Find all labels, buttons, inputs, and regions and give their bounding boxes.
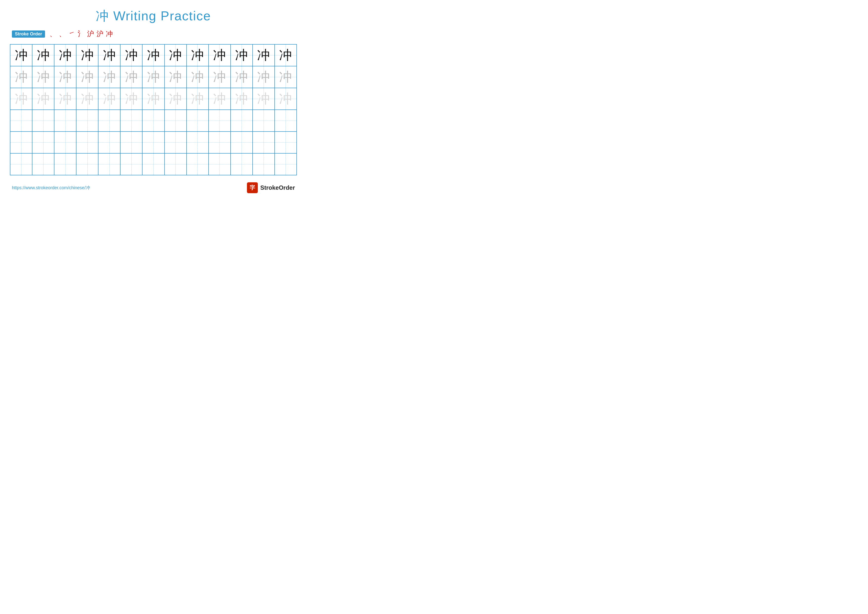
grid-character: 冲 [213,49,226,62]
grid-cell[interactable] [120,153,142,175]
grid-cell[interactable]: 冲 [120,88,142,110]
grid-cell[interactable]: 冲 [10,44,32,66]
grid-cell[interactable] [54,153,76,175]
grid-cell[interactable] [76,132,98,153]
grid-cell[interactable] [274,153,297,175]
grid-cell[interactable] [142,132,164,153]
grid-cell[interactable]: 冲 [98,88,120,110]
grid-cell[interactable] [186,153,209,175]
grid-cell[interactable] [253,132,274,153]
grid-cell[interactable]: 冲 [54,44,76,66]
grid-cell[interactable]: 冲 [209,88,231,110]
grid-character: 冲 [125,49,138,62]
grid-cell[interactable]: 冲 [76,88,98,110]
grid-cell[interactable] [32,110,54,132]
grid-cell[interactable]: 冲 [209,44,231,66]
grid-cell[interactable] [209,110,231,132]
grid-cell[interactable]: 冲 [32,88,54,110]
grid-character: 冲 [37,71,50,84]
grid-cell[interactable] [209,153,231,175]
grid-cell[interactable] [76,110,98,132]
grid-cell[interactable] [231,132,253,153]
grid-character: 冲 [279,92,292,105]
stroke-order-row: Stroke Order 、 、 ㇀ 氵 沪 沪 冲 [10,29,297,39]
grid-cell[interactable]: 冲 [32,66,54,88]
grid-character: 冲 [37,49,50,62]
grid-cell[interactable]: 冲 [209,66,231,88]
grid-cell[interactable] [142,110,164,132]
grid-cell[interactable] [231,153,253,175]
grid-cell[interactable]: 冲 [274,66,297,88]
grid-cell[interactable] [10,132,32,153]
grid-cell[interactable] [186,110,209,132]
grid-character: 冲 [59,49,72,62]
grid-cell[interactable]: 冲 [54,66,76,88]
grid-character: 冲 [147,49,160,62]
grid-cell[interactable] [253,110,274,132]
grid-character: 冲 [37,92,50,105]
grid-cell[interactable] [76,153,98,175]
grid-cell[interactable]: 冲 [186,88,209,110]
grid-cell[interactable]: 冲 [274,44,297,66]
grid-cell[interactable] [32,132,54,153]
grid-cell[interactable]: 冲 [164,44,186,66]
grid-cell[interactable] [253,153,274,175]
grid-cell[interactable] [164,153,186,175]
grid-cell[interactable] [164,110,186,132]
grid-character: 冲 [235,49,248,62]
grid-cell[interactable] [231,110,253,132]
grid-cell[interactable]: 冲 [253,88,274,110]
footer-url[interactable]: https://www.strokeorder.com/chinese/冲 [12,185,90,191]
grid-cell[interactable]: 冲 [32,44,54,66]
grid-cell[interactable] [32,153,54,175]
grid-character: 冲 [81,71,94,84]
grid-cell[interactable] [10,110,32,132]
grid-cell[interactable]: 冲 [253,66,274,88]
grid-character: 冲 [15,92,28,105]
grid-cell[interactable]: 冲 [231,44,253,66]
grid-cell[interactable]: 冲 [120,66,142,88]
grid-cell[interactable]: 冲 [98,44,120,66]
stroke-2: 、 [59,29,66,39]
grid-cell[interactable] [274,110,297,132]
grid-character: 冲 [279,49,292,62]
grid-cell[interactable] [54,132,76,153]
grid-cell[interactable]: 冲 [10,66,32,88]
grid-cell[interactable]: 冲 [10,88,32,110]
footer: https://www.strokeorder.com/chinese/冲 字 … [10,182,297,193]
grid-cell[interactable]: 冲 [231,88,253,110]
grid-cell[interactable]: 冲 [76,44,98,66]
grid-cell[interactable] [98,110,120,132]
grid-character: 冲 [213,92,226,105]
grid-cell[interactable]: 冲 [98,66,120,88]
stroke-1: 、 [50,29,56,39]
grid-cell[interactable]: 冲 [186,44,209,66]
grid-cell[interactable]: 冲 [274,88,297,110]
grid-character: 冲 [81,92,94,105]
grid-cell[interactable]: 冲 [164,88,186,110]
grid-cell[interactable] [186,132,209,153]
grid-cell[interactable]: 冲 [120,44,142,66]
grid-cell[interactable] [98,132,120,153]
grid-cell[interactable] [10,153,32,175]
grid-cell[interactable]: 冲 [54,88,76,110]
grid-cell[interactable] [120,132,142,153]
grid-cell[interactable] [164,132,186,153]
grid-cell[interactable] [54,110,76,132]
grid-cell[interactable]: 冲 [142,66,164,88]
grid-cell[interactable]: 冲 [142,44,164,66]
grid-cell[interactable] [274,132,297,153]
grid-character: 冲 [169,49,182,62]
grid-character: 冲 [103,49,116,62]
brand-name: StrokeOrder [260,184,295,191]
grid-cell[interactable]: 冲 [253,44,274,66]
grid-cell[interactable]: 冲 [164,66,186,88]
grid-cell[interactable]: 冲 [186,66,209,88]
grid-cell[interactable]: 冲 [142,88,164,110]
grid-cell[interactable]: 冲 [76,66,98,88]
grid-cell[interactable] [142,153,164,175]
grid-cell[interactable] [209,132,231,153]
grid-cell[interactable]: 冲 [231,66,253,88]
grid-cell[interactable] [120,110,142,132]
grid-cell[interactable] [98,153,120,175]
